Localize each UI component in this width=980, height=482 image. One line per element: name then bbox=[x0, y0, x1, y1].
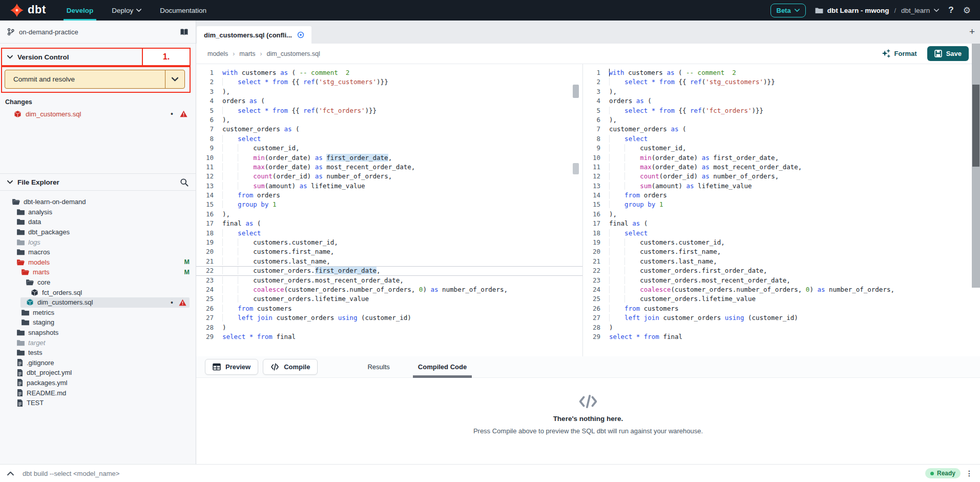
tab-dim-customers[interactable]: dim_customers.sql (confli... bbox=[197, 26, 311, 44]
code-line-8[interactable]: 8 select bbox=[196, 134, 582, 144]
tree-folder-tests[interactable]: tests bbox=[0, 348, 196, 358]
code-line-16[interactable]: 16), bbox=[196, 210, 582, 219]
vertical-scrollbar[interactable] bbox=[972, 44, 980, 288]
code-line-2[interactable]: 2 select * from {{ ref('stg_customers')}… bbox=[583, 77, 980, 87]
code-line-1[interactable]: 1with customers as ( -- comment 2 bbox=[583, 68, 980, 77]
code-line-29[interactable]: 29select * from final bbox=[196, 332, 582, 342]
code-line-9[interactable]: 9 customer_id, bbox=[583, 144, 980, 153]
code-line-13[interactable]: 13 sum(amount) as lifetime_value bbox=[196, 182, 582, 191]
code-line-3[interactable]: 3), bbox=[196, 87, 582, 96]
code-line-15[interactable]: 15 group by 1 bbox=[196, 200, 582, 209]
code-line-4[interactable]: 4orders as ( bbox=[583, 96, 980, 106]
code-line-11[interactable]: 11 max(order_date) as most_recent_order_… bbox=[196, 163, 582, 172]
code-line-13[interactable]: 13 sum(amount) as lifetime_value bbox=[583, 182, 980, 191]
code-line-10[interactable]: 10 min(order_date) as first_order_date, bbox=[196, 153, 582, 163]
code-line-22[interactable]: 22 customer_orders.first_order_date, bbox=[583, 266, 980, 275]
code-line-10[interactable]: 10 min(order_date) as first_order_date, bbox=[583, 153, 980, 163]
code-line-3[interactable]: 3), bbox=[583, 87, 980, 96]
code-line-18[interactable]: 18 select bbox=[583, 229, 980, 238]
preview-button[interactable]: Preview bbox=[205, 359, 258, 375]
code-line-25[interactable]: 25 customer_orders.lifetime_value bbox=[196, 294, 582, 304]
code-line-7[interactable]: 7customer_orders as ( bbox=[196, 125, 582, 134]
tree-file-fct-orders-sql[interactable]: fct_orders.sql bbox=[0, 287, 196, 297]
code-line-5[interactable]: 5 select * from {{ ref('fct_orders')}} bbox=[583, 106, 980, 115]
code-line-24[interactable]: 24 coalesce(customer_orders.number_of_or… bbox=[196, 285, 582, 294]
tab-compiled-code[interactable]: Compiled Code bbox=[413, 356, 472, 378]
tree-folder-staging[interactable]: staging bbox=[0, 317, 196, 328]
nav-documentation[interactable]: Documentation bbox=[160, 0, 206, 21]
editor-pane-left[interactable]: 1with customers as ( -- comment 22 selec… bbox=[196, 64, 582, 356]
tree-folder-analysis[interactable]: analysis bbox=[0, 207, 196, 217]
breadcrumb-item[interactable]: marts bbox=[239, 50, 255, 57]
editor-pane-right[interactable]: 1with customers as ( -- comment 22 selec… bbox=[583, 64, 980, 356]
settings-gear-icon[interactable]: ⚙ bbox=[963, 5, 971, 15]
code-line-28[interactable]: 28) bbox=[583, 323, 980, 332]
tree-folder-dbt-learn-on-demand[interactable]: dbt-learn-on-demand bbox=[0, 197, 196, 207]
code-line-28[interactable]: 28) bbox=[196, 323, 582, 332]
tree-folder-target[interactable]: target bbox=[0, 337, 196, 348]
code-line-26[interactable]: 26 from customers bbox=[196, 304, 582, 313]
code-line-29[interactable]: 29select * from final bbox=[583, 332, 980, 342]
tree-folder-snapshots[interactable]: snapshots bbox=[0, 328, 196, 338]
nav-deploy[interactable]: Deploy bbox=[112, 0, 141, 21]
breadcrumb-item[interactable]: dim_customers.sql bbox=[267, 50, 320, 57]
format-button[interactable]: Format bbox=[882, 49, 917, 58]
tree-folder-metrics[interactable]: metrics bbox=[0, 308, 196, 318]
kebab-menu-icon[interactable]: ⋮ bbox=[966, 472, 973, 474]
code-line-26[interactable]: 26 from customers bbox=[583, 304, 980, 313]
code-line-17[interactable]: 17final as ( bbox=[583, 219, 980, 228]
branch-bar[interactable]: on-demand-practice bbox=[0, 21, 196, 44]
code-line-19[interactable]: 19 customers.customer_id, bbox=[583, 238, 980, 247]
code-line-22[interactable]: 22 customer_orders.first_order_date, bbox=[196, 266, 582, 275]
code-line-27[interactable]: 27 left join customer_orders using (cust… bbox=[196, 313, 582, 323]
tree-folder-core[interactable]: core bbox=[0, 277, 196, 288]
code-line-23[interactable]: 23 customer_orders.most_recent_order_dat… bbox=[196, 276, 582, 285]
command-input[interactable]: dbt build --select <model_name> bbox=[23, 470, 119, 477]
new-tab-button[interactable]: + bbox=[969, 27, 975, 36]
code-line-18[interactable]: 18 select bbox=[196, 229, 582, 238]
dbt-logo[interactable]: dbt bbox=[10, 4, 46, 17]
code-line-11[interactable]: 11 max(order_date) as most_recent_order_… bbox=[583, 163, 980, 172]
code-line-2[interactable]: 2 select * from {{ ref('stg_customers')}… bbox=[196, 77, 582, 87]
docs-book-icon[interactable] bbox=[180, 28, 189, 36]
help-icon[interactable]: ? bbox=[948, 5, 953, 15]
code-line-15[interactable]: 15 group by 1 bbox=[583, 200, 980, 209]
code-line-5[interactable]: 5 select * from {{ ref('fct_orders')}} bbox=[196, 106, 582, 115]
left-pane-scrollbar-thumb[interactable] bbox=[573, 85, 579, 98]
commit-options-dropdown[interactable] bbox=[165, 70, 184, 88]
tree-file-dbt-project-yml[interactable]: dbt_project.yml bbox=[0, 368, 196, 378]
code-line-9[interactable]: 9 customer_id, bbox=[196, 144, 582, 153]
code-line-25[interactable]: 25 customer_orders.lifetime_value bbox=[583, 294, 980, 304]
code-line-27[interactable]: 27 left join customer_orders using (cust… bbox=[583, 313, 980, 323]
search-icon[interactable] bbox=[180, 178, 189, 187]
tree-folder-logs[interactable]: logs bbox=[0, 237, 196, 247]
scrollbar-thumb[interactable] bbox=[972, 85, 979, 167]
code-line-6[interactable]: 6), bbox=[583, 115, 980, 125]
tree-folder-marts[interactable]: martsM bbox=[0, 267, 196, 277]
code-line-21[interactable]: 21 customers.last_name, bbox=[196, 257, 582, 266]
code-line-24[interactable]: 24 coalesce(customer_orders.number_of_or… bbox=[583, 285, 980, 294]
code-line-4[interactable]: 4orders as ( bbox=[196, 96, 582, 106]
tree-folder-models[interactable]: modelsM bbox=[0, 257, 196, 268]
nav-develop[interactable]: Develop bbox=[67, 0, 94, 21]
code-line-1[interactable]: 1with customers as ( -- comment 2 bbox=[196, 68, 582, 77]
code-line-20[interactable]: 20 customers.first_name, bbox=[196, 247, 582, 256]
file-explorer-header[interactable]: File Explorer bbox=[0, 173, 196, 191]
save-button[interactable]: Save bbox=[927, 46, 969, 61]
tree-file-packages-yml[interactable]: packages.yml bbox=[0, 378, 196, 388]
code-line-6[interactable]: 6), bbox=[196, 115, 582, 125]
tree-folder-macros[interactable]: macros bbox=[0, 247, 196, 257]
code-line-7[interactable]: 7customer_orders as ( bbox=[583, 125, 980, 134]
commit-and-resolve-button[interactable]: Commit and resolve bbox=[5, 70, 185, 89]
code-line-19[interactable]: 19 customers.customer_id, bbox=[196, 238, 582, 247]
account-selector[interactable]: dbt Learn - mwong / dbt_learn bbox=[815, 7, 940, 14]
compile-button[interactable]: Compile bbox=[263, 359, 318, 375]
code-line-20[interactable]: 20 customers.first_name, bbox=[583, 247, 980, 256]
code-line-17[interactable]: 17final as ( bbox=[196, 219, 582, 228]
tree-folder-dbt-packages[interactable]: dbt_packages bbox=[0, 227, 196, 237]
code-line-14[interactable]: 14 from orders bbox=[196, 191, 582, 200]
breadcrumb-item[interactable]: models bbox=[207, 50, 228, 57]
code-line-21[interactable]: 21 customers.last_name, bbox=[583, 257, 980, 266]
tree-folder-data[interactable]: data bbox=[0, 217, 196, 227]
tree-file-readme-md[interactable]: README.md bbox=[0, 388, 196, 398]
